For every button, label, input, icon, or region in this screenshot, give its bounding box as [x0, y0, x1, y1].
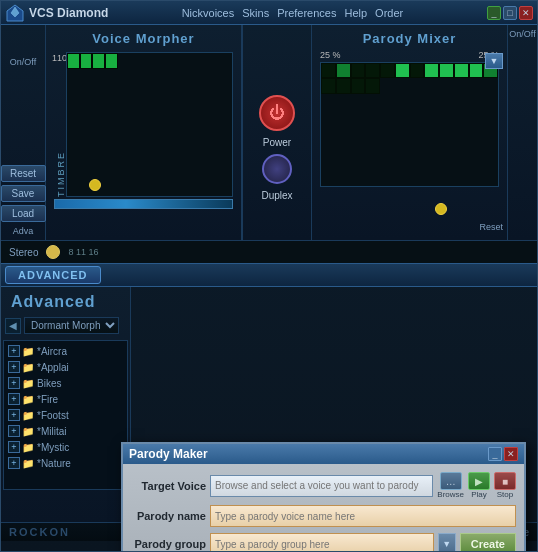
stereo-numbers: 8 11 16: [68, 247, 98, 257]
expand-icon[interactable]: +: [8, 457, 20, 469]
expand-icon[interactable]: +: [8, 409, 20, 421]
tree-item-footst[interactable]: + 📁 *Footst: [6, 407, 125, 423]
menu-nickvoices[interactable]: Nickvoices: [182, 7, 235, 19]
morph-dropdown[interactable]: Dormant Morph: [24, 317, 119, 334]
parody-group-row: Parody group ▼ Create: [131, 533, 516, 552]
play-icon: ▶: [468, 472, 490, 490]
tree-item-label: *Footst: [37, 410, 69, 421]
parody-maker-dialog: Parody Maker _ ✕ Target Voice … Browse: [121, 442, 526, 552]
mixer-reset-label: Reset: [479, 222, 503, 232]
folder-icon: 📁: [22, 426, 34, 437]
target-stop-button[interactable]: ■ Stop: [494, 472, 516, 499]
target-play-button[interactable]: ▶ Play: [468, 472, 490, 499]
target-browse-button[interactable]: … Browse: [437, 472, 464, 499]
tree-item-label: *Mystic: [37, 442, 69, 453]
mixer-dropdown-button[interactable]: ▼: [485, 53, 503, 69]
tree-item-label: *Applai: [37, 362, 69, 373]
stop-icon: ■: [494, 472, 516, 490]
parody-mixer-title: Parody Mixer: [316, 29, 503, 50]
app-window: VCS Diamond Nickvoices Skins Preferences…: [0, 0, 538, 552]
advanced-section-title: Advanced: [3, 289, 128, 315]
tree-list: + 📁 *Aircra + 📁 *Applai + 📁 Bikes + 📁: [3, 340, 128, 490]
expand-icon[interactable]: +: [8, 377, 20, 389]
mixer-percent-left: 25 %: [320, 50, 341, 60]
morpher-marker[interactable]: [89, 179, 101, 191]
tree-item-label: *Nature: [37, 458, 71, 469]
on-off-left-label: On/Off: [10, 57, 36, 67]
mixer-grid: [320, 62, 499, 187]
folder-icon: 📁: [22, 394, 34, 405]
tree-item-mystic[interactable]: + 📁 *Mystic: [6, 439, 125, 455]
minimize-button[interactable]: _: [487, 6, 501, 20]
stereo-bar: Stereo 8 11 16: [1, 240, 537, 263]
browse-play-stop-row: … Browse ▶ Play ■ Stop: [437, 472, 516, 499]
load-button[interactable]: Load: [1, 205, 46, 222]
browse-label: Browse: [437, 490, 464, 499]
tree-item-label: *Militai: [37, 426, 66, 437]
menu-bar: Nickvoices Skins Preferences Help Order: [182, 7, 487, 19]
morpher-bar[interactable]: [54, 199, 233, 209]
tree-item-nature[interactable]: + 📁 *Nature: [6, 455, 125, 471]
duplex-button[interactable]: [262, 154, 292, 184]
voice-morpher-title: Voice Morpher: [50, 29, 237, 50]
dialog-title: Parody Maker: [129, 447, 208, 461]
center-controls: ⏻ Power Duplex: [242, 25, 312, 240]
tree-item-applai[interactable]: + 📁 *Applai: [6, 359, 125, 375]
brand-label: ROCKON: [9, 526, 70, 538]
morph-expand-icon[interactable]: ◀: [5, 318, 21, 334]
folder-icon: 📁: [22, 362, 34, 373]
tree-item-label: Bikes: [37, 378, 61, 389]
tree-item-aircraft[interactable]: + 📁 *Aircra: [6, 343, 125, 359]
maximize-button[interactable]: □: [503, 6, 517, 20]
reset-button[interactable]: Reset: [1, 165, 46, 182]
parody-name-label: Parody name: [131, 510, 206, 522]
expand-icon[interactable]: +: [8, 345, 20, 357]
target-voice-row: Target Voice … Browse ▶ Play ■: [131, 472, 516, 499]
save-button[interactable]: Save: [1, 185, 46, 202]
on-off-right-label: On/Off: [509, 29, 535, 39]
parody-name-row: Parody name: [131, 505, 516, 527]
title-bar: VCS Diamond Nickvoices Skins Preferences…: [1, 1, 537, 25]
power-button[interactable]: ⏻: [259, 95, 295, 131]
expand-icon[interactable]: +: [8, 393, 20, 405]
dialog-body: Target Voice … Browse ▶ Play ■: [123, 464, 524, 552]
parody-name-input[interactable]: [210, 505, 516, 527]
close-window-button[interactable]: ✕: [519, 6, 533, 20]
group-dropdown-button[interactable]: ▼: [438, 533, 456, 552]
menu-help[interactable]: Help: [344, 7, 367, 19]
expand-icon[interactable]: +: [8, 425, 20, 437]
folder-icon: 📁: [22, 458, 34, 469]
dialog-window-controls: _ ✕: [488, 447, 518, 461]
play-label: Play: [471, 490, 487, 499]
menu-preferences[interactable]: Preferences: [277, 7, 336, 19]
tree-item-bikes[interactable]: + 📁 Bikes: [6, 375, 125, 391]
menu-skins[interactable]: Skins: [242, 7, 269, 19]
window-controls: _ □ ✕: [487, 6, 533, 20]
tree-item-label: *Fire: [37, 394, 58, 405]
dialog-close-button[interactable]: ✕: [504, 447, 518, 461]
advanced-toggle-button[interactable]: ADVANCED: [5, 266, 101, 284]
expand-icon[interactable]: +: [8, 441, 20, 453]
adva-label: Adva: [13, 226, 34, 236]
tree-item-fire[interactable]: + 📁 *Fire: [6, 391, 125, 407]
target-voice-input[interactable]: [210, 475, 433, 497]
timbre-label: TIMBRE: [54, 52, 66, 197]
folder-icon: 📁: [22, 410, 34, 421]
stop-label: Stop: [497, 490, 513, 499]
dialog-minimize-button[interactable]: _: [488, 447, 502, 461]
create-button[interactable]: Create: [460, 533, 516, 552]
app-title: VCS Diamond: [29, 6, 182, 20]
expand-icon[interactable]: +: [8, 361, 20, 373]
stereo-label: Stereo: [9, 247, 38, 258]
folder-icon: 📁: [22, 378, 34, 389]
mixer-marker[interactable]: [435, 203, 447, 215]
folder-icon: 📁: [22, 346, 34, 357]
menu-order[interactable]: Order: [375, 7, 403, 19]
duplex-label: Duplex: [261, 190, 292, 201]
stereo-indicator: [46, 245, 60, 259]
target-voice-label: Target Voice: [131, 480, 206, 492]
power-label: Power: [263, 137, 291, 148]
advanced-btn-bar: ADVANCED: [1, 263, 537, 287]
parody-group-input[interactable]: [210, 533, 434, 552]
tree-item-military[interactable]: + 📁 *Militai: [6, 423, 125, 439]
